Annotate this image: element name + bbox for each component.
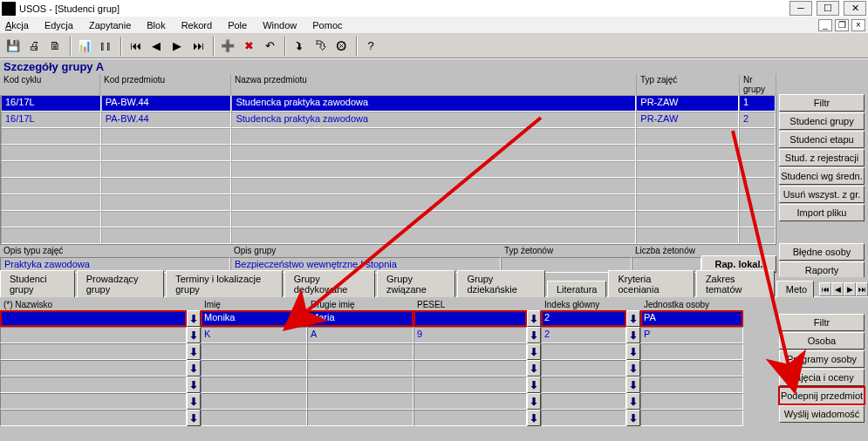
chart-icon[interactable]: 📊 — [75, 37, 94, 56]
tab-scroll-prev-icon[interactable]: ◀ — [831, 282, 844, 296]
cell[interactable]: Studencka praktyka zawodowa — [231, 95, 636, 112]
save-icon[interactable]: 💾 — [3, 37, 23, 56]
import-pliku-button[interactable]: Import pliku — [779, 204, 865, 221]
lov-icon[interactable]: ⬇ — [187, 327, 201, 343]
remove-red-icon[interactable]: ✖ — [239, 37, 258, 56]
stud-z-rejestracji-button[interactable]: Stud. z rejestracji — [779, 149, 865, 166]
studenci-wg-sredn-button[interactable]: Studenci wg średn. — [779, 167, 865, 185]
cell[interactable]: PA-BW.44 — [101, 112, 232, 128]
prev-icon[interactable]: ◀ — [147, 37, 166, 56]
lov-icon[interactable]: ⬇ — [626, 343, 640, 360]
lov-icon[interactable]: ⬇ — [527, 343, 541, 360]
undo-icon[interactable]: ↶ — [260, 37, 279, 56]
close-button[interactable]: ✕ — [844, 1, 866, 16]
tab-kryteria-oceniania[interactable]: Kryteria oceniania — [608, 270, 694, 297]
osoba-button[interactable]: Osoba — [779, 332, 865, 349]
cell-drugie-imie[interactable]: Maria — [307, 310, 413, 327]
lov-icon[interactable]: ⬇ — [626, 377, 640, 393]
menu-window[interactable]: Window — [263, 20, 297, 31]
mdi-close-button[interactable]: × — [851, 19, 865, 31]
last-icon[interactable]: ⏭ — [188, 37, 208, 56]
lov-icon[interactable]: ⬇ — [527, 360, 541, 377]
cell-imie[interactable]: Monika — [201, 310, 307, 327]
mdi-restore-button[interactable]: ❐ — [835, 19, 849, 31]
cell[interactable]: 2 — [739, 112, 776, 128]
tab-scroll-first-icon[interactable]: ⏮ — [819, 282, 831, 296]
menu-pomoc[interactable]: Pomoc — [312, 20, 342, 31]
menu-akcja[interactable]: AAkcjakcja — [5, 20, 29, 31]
tab-grupy-zwiazane[interactable]: Grupy związane — [377, 270, 455, 297]
cell-jednostka[interactable]: PA — [640, 310, 743, 327]
menu-rekord[interactable]: Rekord — [181, 20, 212, 31]
tab-scroll-last-icon[interactable]: ⏭ — [856, 282, 868, 296]
lov-icon[interactable]: ⬇ — [187, 360, 201, 377]
podepnij-przedmiot-button[interactable]: Podepnij przedmiot — [779, 387, 865, 404]
minimize-button[interactable]: ─ — [789, 1, 812, 16]
first-icon[interactable]: ⏮ — [126, 37, 145, 56]
tab-terminy-lokalizacje[interactable]: Terminy i lokalizacje grupy — [166, 270, 282, 297]
next-icon[interactable]: ▶ — [167, 37, 187, 56]
menu-blok[interactable]: Blok — [147, 20, 165, 31]
lov-icon[interactable]: ⬇ — [626, 310, 640, 327]
tab-grupy-dziekanskie[interactable]: Grupy dziekańskie — [457, 270, 545, 297]
cell[interactable]: 16/17L — [1, 95, 101, 112]
tab-metody[interactable]: Meto — [776, 281, 814, 297]
query-start-icon[interactable]: ⮯ — [290, 37, 309, 56]
lov-icon[interactable]: ⬇ — [527, 393, 541, 410]
lov-icon[interactable]: ⬇ — [187, 377, 201, 393]
tab-prowadzacy-grupy[interactable]: Prowadzący grupy — [77, 270, 165, 297]
wyslij-wiadomosc-button[interactable]: Wyślij wiadomość — [779, 405, 865, 423]
query-run-icon[interactable]: ⮷ — [311, 37, 330, 56]
usun-wszyst-button[interactable]: Usuń wszyst. z gr. — [779, 186, 865, 203]
lov-icon[interactable]: ⬇ — [527, 410, 541, 426]
filtr-student-button[interactable]: Filtr — [779, 314, 865, 331]
lov-icon[interactable]: ⬇ — [527, 327, 541, 343]
tab-zakres-tematow[interactable]: Zakres tematów — [696, 270, 775, 297]
filtr-button[interactable]: Filtr — [779, 94, 865, 112]
menu-edycja[interactable]: Edycja — [44, 20, 73, 31]
grid-groups[interactable]: 16/17L PA-BW.44 Studencka praktyka zawod… — [0, 95, 776, 245]
cell[interactable]: 16/17L — [1, 112, 101, 128]
lov-icon[interactable]: ⬇ — [626, 360, 640, 377]
menu-zapytanie[interactable]: Zapytanie — [89, 20, 131, 31]
lov-icon[interactable]: ⬇ — [187, 410, 201, 426]
cell-pesel[interactable]: 9 — [413, 327, 527, 343]
lov-icon[interactable]: ⬇ — [187, 310, 201, 327]
cell[interactable]: PR-ZAW — [636, 95, 739, 112]
cell[interactable]: PA-BW.44 — [101, 95, 232, 112]
grid-row[interactable]: 16/17L PA-BW.44 Studencka praktyka zawod… — [1, 112, 776, 128]
cell-imie[interactable]: K — [201, 327, 307, 343]
cell[interactable]: Studencka praktyka zawodowa — [231, 112, 636, 128]
cell-nazwisko[interactable] — [0, 310, 187, 327]
print-icon[interactable]: 🖨 — [24, 37, 44, 56]
zajecia-i-oceny-button[interactable]: Zajęcia i oceny — [779, 369, 865, 386]
print-setup-icon[interactable]: 🗎 — [45, 37, 65, 56]
studenci-grupy-button[interactable]: Studenci grupy — [779, 112, 865, 130]
cell-drugie-imie[interactable]: A — [307, 327, 413, 343]
lov-icon[interactable]: ⬇ — [626, 410, 640, 426]
cell[interactable]: 1 — [739, 95, 776, 112]
cell[interactable]: PR-ZAW — [636, 112, 739, 128]
lov-icon[interactable]: ⬇ — [187, 343, 201, 360]
lov-icon[interactable]: ⬇ — [626, 393, 640, 410]
lov-icon[interactable]: ⬇ — [626, 327, 640, 343]
lov-icon[interactable]: ⬇ — [187, 393, 201, 410]
studenci-etapu-button[interactable]: Studenci etapu — [779, 131, 865, 148]
mdi-minimize-button[interactable]: _ — [818, 19, 832, 31]
tab-studenci-grupy[interactable]: Studenci grupy — [0, 270, 75, 297]
maximize-button[interactable]: ☐ — [817, 1, 839, 16]
cell-nazwisko[interactable] — [0, 327, 187, 343]
cell-pesel[interactable] — [413, 310, 527, 327]
add-green-icon[interactable]: ➕ — [218, 37, 237, 56]
cell-jednostka[interactable]: P — [640, 327, 743, 343]
tab-scroll-next-icon[interactable]: ▶ — [844, 282, 856, 296]
programy-osoby-button[interactable]: Programy osoby — [779, 350, 865, 368]
query-cancel-icon[interactable]: ⮿ — [331, 37, 351, 56]
lov-icon[interactable]: ⬇ — [527, 377, 541, 393]
tab-grupy-dedykowane[interactable]: Grupy dedykowane — [284, 270, 375, 297]
grid-row[interactable]: 16/17L PA-BW.44 Studencka praktyka zawod… — [1, 95, 776, 112]
student-row[interactable]: ⬇ K A 9 ⬇ 2 ⬇ P — [0, 327, 868, 343]
cell-indeks[interactable]: 2 — [541, 310, 626, 327]
raporty-button[interactable]: Raporty — [779, 261, 865, 279]
bledne-osoby-button[interactable]: Błędne osoby — [779, 243, 865, 261]
